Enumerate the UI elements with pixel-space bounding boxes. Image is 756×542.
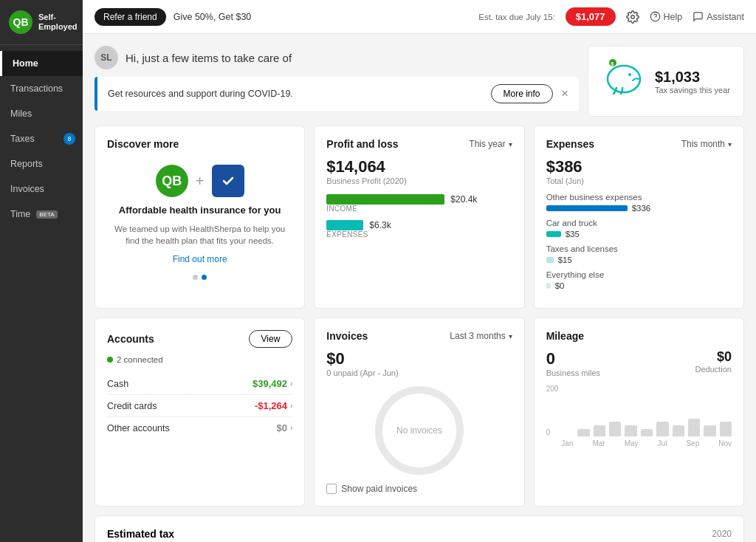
alert-close-button[interactable]: × <box>562 87 568 100</box>
no-invoices-text: No invoices <box>396 425 442 436</box>
svg-point-0 <box>630 15 634 18</box>
greeting-row: SL Hi, just a few items to take care of <box>94 46 579 69</box>
profit-loss-sub-label: Business Profit (2020) <box>326 176 512 185</box>
accounts-title: Accounts <box>107 333 154 345</box>
discover-card-header: Discover more <box>107 138 292 150</box>
chart-container: 200 0 <box>546 385 732 447</box>
chart-bar-9 <box>704 425 715 436</box>
settings-button[interactable] <box>626 10 639 24</box>
mileage-top: 0 Business miles $0 Deduction <box>546 349 732 377</box>
discover-logos: QB + <box>156 165 244 197</box>
topbar-right: Est. tax due July 15: $1,077 Help Assist… <box>478 7 744 26</box>
chart-bar-7 <box>673 425 684 436</box>
plus-sign: + <box>196 173 205 190</box>
topbar-left: Refer a friend Give 50%, Get $30 <box>94 8 251 26</box>
expense-label-3: Taxes and licenses <box>546 244 732 253</box>
find-out-more-link[interactable]: Find out more <box>173 254 227 264</box>
invoices-title: Invoices <box>326 330 368 342</box>
expense-row-4: Everything else $0 <box>546 270 732 290</box>
profit-loss-period[interactable]: This year ▾ <box>469 139 512 149</box>
avatar: SL <box>94 46 118 69</box>
chart-label-may: May <box>625 439 639 447</box>
cards-grid-row2: Accounts View 2 connected Cash $39,492 ›… <box>94 318 744 507</box>
show-paid-checkbox[interactable] <box>326 484 337 494</box>
deduction-label: Deduction <box>695 365 732 374</box>
accounts-view-button[interactable]: View <box>249 330 293 348</box>
qb-logo-icon: QB <box>9 10 32 34</box>
refer-button[interactable]: Refer a friend <box>94 8 166 26</box>
discover-content: QB + Affordable health insurance for you… <box>107 157 292 287</box>
mileage-title: Mileage <box>546 330 584 342</box>
chart-bar-8 <box>688 419 700 437</box>
expenses-period[interactable]: This month ▾ <box>681 139 732 149</box>
dot-2 <box>202 275 207 280</box>
chart-label-jan: Jan <box>561 439 573 447</box>
arrow-icon-other: › <box>290 424 292 432</box>
invoices-period[interactable]: Last 3 months ▾ <box>450 331 512 341</box>
expenses-title: Expenses <box>546 138 594 150</box>
expenses-bar-container: $6.3k EXPENSES <box>326 220 512 239</box>
expense-bar-4 <box>546 283 551 289</box>
sidebar-item-miles[interactable]: Miles <box>0 101 83 126</box>
estimated-tax-card: Estimated tax 2020 $4,381 TOTAL ESTIMATE… <box>94 515 744 542</box>
invoices-label: 0 unpaid (Apr - Jun) <box>326 368 512 377</box>
cards-grid-row1: Discover more QB + Affordable health <box>94 126 744 309</box>
expense-bar-wrap-2: $35 <box>546 230 732 239</box>
estimated-tax-year: 2020 <box>712 529 732 539</box>
assistant-link[interactable]: Assistant <box>693 11 744 22</box>
chart-y-axis: 200 0 <box>546 385 559 436</box>
expenses-sub-label: Total (Jun) <box>546 176 732 185</box>
connected-label: 2 connected <box>107 355 292 364</box>
sidebar-item-label: Miles <box>10 109 32 119</box>
miles-label: Business miles <box>546 368 600 377</box>
sidebar-nav: Home Transactions Miles Taxes 8 Reports … <box>0 45 83 227</box>
expenses-bar <box>326 220 363 230</box>
sidebar: QB Self-Employed Home Transactions Miles… <box>0 0 83 542</box>
chevron-down-icon: ▾ <box>728 140 732 148</box>
income-bar <box>326 194 444 205</box>
taxes-badge: 8 <box>63 133 75 145</box>
sidebar-item-taxes[interactable]: Taxes 8 <box>0 126 83 151</box>
sidebar-item-reports[interactable]: Reports <box>0 151 83 176</box>
sidebar-item-time[interactable]: Time BETA <box>0 202 83 227</box>
help-link[interactable]: Help <box>650 11 683 22</box>
deduction-info: $0 Deduction <box>695 349 732 374</box>
arrow-icon-cash: › <box>290 380 292 388</box>
sidebar-item-home[interactable]: Home <box>0 51 83 76</box>
no-invoices-circle: No invoices <box>375 386 464 475</box>
chart-bars-area: Jan Mar May Jul Sep Nov <box>561 385 732 447</box>
mileage-header: Mileage <box>546 330 732 342</box>
chart-bar-4 <box>625 425 636 436</box>
sidebar-item-label: Time <box>10 209 30 219</box>
account-value-other: $0 <box>277 422 287 433</box>
expense-value-2: $35 <box>566 230 580 239</box>
more-info-button[interactable]: More info <box>491 84 553 103</box>
income-label: INCOME <box>326 205 512 213</box>
sidebar-item-transactions[interactable]: Transactions <box>0 76 83 101</box>
promo-text: Give 50%, Get $30 <box>173 12 252 22</box>
accounts-card: Accounts View 2 connected Cash $39,492 ›… <box>94 318 305 507</box>
top-left-col: SL Hi, just a few items to take care of … <box>94 46 579 111</box>
chevron-down-icon: ▾ <box>509 332 512 340</box>
invoices-header: Invoices Last 3 months ▾ <box>326 330 512 342</box>
main-content: Refer a friend Give 50%, Get $30 Est. ta… <box>83 0 756 542</box>
expense-label-2: Car and truck <box>546 219 732 227</box>
tax-amount-button[interactable]: $1,077 <box>566 7 616 26</box>
dot-1 <box>193 275 198 280</box>
content-area: SL Hi, just a few items to take care of … <box>83 34 756 542</box>
expense-bar-3 <box>546 257 554 263</box>
account-value-credit: -$1,264 <box>255 400 287 411</box>
sidebar-item-invoices[interactable]: Invoices <box>0 176 83 202</box>
accounts-header: Accounts View <box>107 330 292 348</box>
profit-loss-amount: $14,064 <box>326 157 512 176</box>
alert-text: Get resources and support during COVID-1… <box>108 89 482 99</box>
estimated-tax-header: Estimated tax 2020 <box>107 528 732 540</box>
account-row-credit: Credit cards -$1,264 › <box>107 395 292 417</box>
greeting-text: Hi, just a few items to take care of <box>126 52 292 64</box>
chart-bar-2 <box>594 425 605 436</box>
carousel-dots <box>193 275 207 280</box>
expense-label-4: Everything else <box>546 270 732 279</box>
tax-savings-panel: $ $1,033 Tax savings this year <box>588 46 744 117</box>
beta-badge: BETA <box>36 210 57 219</box>
sidebar-item-label: Taxes <box>10 134 35 144</box>
